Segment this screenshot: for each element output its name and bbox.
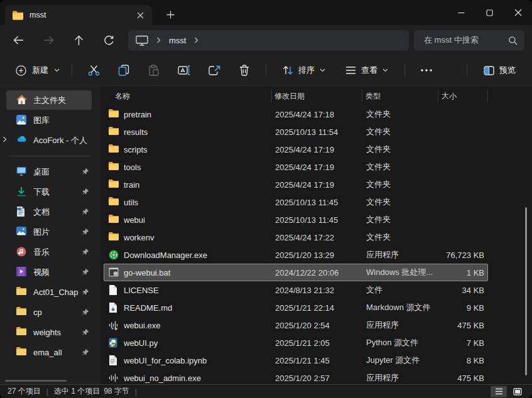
file-size: 76,723 KB	[439, 250, 484, 260]
explorer-tab[interactable]: msst	[5, 5, 152, 25]
column-header[interactable]: 大小	[438, 90, 488, 102]
chevron-down-icon	[54, 68, 60, 72]
python-icon	[109, 338, 119, 348]
file-type: 应用程序	[363, 320, 439, 331]
file-date-modified: 2025/1/21 2:05	[273, 338, 363, 348]
sidebar-item[interactable]: 视频	[6, 262, 92, 282]
chevron-down-icon	[320, 68, 325, 72]
titlebar: msst	[0, 0, 532, 25]
maximize-button[interactable]	[475, 0, 504, 25]
refresh-button[interactable]	[98, 30, 119, 51]
file-row[interactable]: workenv 2025/4/24 17:22 文件夹	[104, 229, 488, 246]
more-options-button[interactable]	[415, 60, 438, 81]
column-header[interactable]: 修改日期	[272, 90, 362, 102]
delete-button[interactable]	[232, 60, 256, 81]
search-icon[interactable]	[508, 36, 518, 45]
file-row[interactable]: results 2025/10/13 11:54 文件夹	[104, 123, 488, 141]
file-size: 475 KB	[439, 374, 484, 383]
sidebar-item[interactable]: 文档	[6, 202, 92, 222]
forward-button[interactable]	[38, 30, 59, 51]
gallery-icon	[16, 115, 27, 126]
bat-icon	[109, 267, 119, 277]
file-type: Jupyter 源文件	[363, 355, 439, 366]
file-row[interactable]: webUI_for_colab.ipynb 2025/1/21 1:45 Jup…	[104, 352, 488, 369]
file-name: webui_no_admin.exe	[124, 374, 273, 383]
folder-icon	[16, 287, 27, 298]
selection-count: 选中 1 个项目	[54, 386, 100, 397]
window-controls	[447, 0, 532, 25]
file-row[interactable]: webui 2025/10/13 11:45 文件夹	[104, 211, 488, 229]
details-view-toggle[interactable]	[491, 386, 507, 397]
cut-button[interactable]	[82, 60, 106, 81]
file-name: scripts	[124, 145, 273, 154]
sort-button[interactable]: 排序	[276, 60, 332, 80]
sidebar-item[interactable]: 桌面	[6, 162, 92, 181]
vertical-scrollbar[interactable]	[525, 207, 527, 375]
new-button[interactable]: 新建	[10, 60, 65, 80]
back-button[interactable]	[8, 30, 29, 51]
file-row[interactable]: train 2025/4/24 17:19 文件夹	[104, 176, 488, 193]
up-button[interactable]	[68, 30, 89, 51]
address-bar[interactable]: msst	[128, 30, 409, 51]
column-header[interactable]: 名称	[100, 90, 272, 102]
sidebar-item[interactable]: ema_all	[6, 343, 92, 362]
sidebar-item[interactable]: 音乐	[6, 242, 92, 262]
file-date-modified: 2025/1/20 2:57	[273, 374, 363, 383]
this-pc-icon[interactable]	[136, 35, 148, 46]
column-header[interactable]: 类型	[362, 90, 438, 102]
item-count: 27 个项目	[8, 386, 41, 397]
sidebar-item[interactable]: cp	[6, 303, 92, 322]
breadcrumb-segment[interactable]: msst	[169, 36, 186, 45]
view-icon	[345, 66, 356, 75]
preview-pane-icon	[484, 66, 494, 75]
file-name: workenv	[124, 233, 273, 242]
file-date-modified: 2024/12/22 20:06	[273, 268, 363, 277]
file-name: tools	[124, 163, 273, 172]
close-button[interactable]	[504, 0, 532, 25]
file-row[interactable]: webui.exe 2025/1/20 2:54 应用程序 475 KB	[104, 316, 488, 334]
sidebar-item-label: 主文件夹	[33, 95, 92, 106]
preview-button[interactable]: 预览	[477, 60, 522, 80]
large-icons-view-toggle[interactable]	[509, 386, 526, 397]
file-row[interactable]: LICENSE 2024/8/13 21:32 文件 34 KB	[104, 281, 488, 299]
file-row[interactable]: README.md 2025/1/21 22:14 Markdown 源文件 9…	[104, 299, 488, 316]
file-row[interactable]: utils 2025/10/13 11:45 文件夹	[104, 193, 488, 211]
share-button[interactable]	[202, 60, 226, 81]
file-row[interactable]: DownloadManager.exe 2025/1/20 13:29 应用程序…	[104, 246, 488, 264]
chevron-right-icon	[156, 37, 161, 43]
file-row[interactable]: webui_no_admin.exe 2025/1/20 2:57 应用程序 4…	[104, 369, 488, 384]
search-box[interactable]: 在 msst 中搜索	[414, 30, 524, 51]
file-row[interactable]: go-webui.bat 2024/12/22 20:06 Windows 批处…	[104, 264, 488, 281]
toolbar-divider	[404, 63, 405, 77]
chevron-right-icon[interactable]	[194, 37, 198, 43]
tab-close-icon[interactable]	[133, 8, 147, 22]
sidebar-item[interactable]: Act01_Chap	[6, 282, 92, 302]
navigation-bar: msst 在 msst 中搜索	[0, 25, 532, 55]
toolbar-divider	[72, 63, 72, 77]
file-date-modified: 2024/8/13 21:32	[273, 286, 363, 295]
file-date-modified: 2025/10/13 11:54	[273, 127, 363, 137]
file-size: 1 KB	[439, 268, 484, 277]
sidebar-item[interactable]: 下载	[6, 182, 92, 202]
sidebar-item[interactable]: 图片	[6, 222, 92, 242]
paste-button[interactable]	[142, 60, 166, 81]
sidebar-horizontal-scrollbar[interactable]	[5, 380, 67, 382]
new-tab-button[interactable]	[162, 6, 178, 23]
file-row[interactable]: scripts 2025/4/24 17:19 文件夹	[104, 141, 488, 158]
sidebar-item[interactable]: AcoFork - 个人	[6, 131, 92, 150]
folder-icon	[109, 232, 119, 242]
file-row[interactable]: pretrain 2025/4/24 17:18 文件夹	[104, 105, 488, 123]
file-row[interactable]: webUI.py 2025/1/21 2:05 Python 源文件 7 KB	[104, 334, 488, 352]
pin-icon	[82, 268, 89, 276]
minimize-button[interactable]	[447, 0, 475, 25]
file-type: 文件夹	[363, 214, 439, 225]
rename-button[interactable]	[172, 60, 196, 81]
chevron-right-icon[interactable]	[3, 136, 7, 143]
sidebar-item[interactable]: weights	[6, 323, 92, 342]
sidebar-item[interactable]: 图库	[6, 110, 92, 130]
file-row[interactable]: tools 2025/4/24 17:19 文件夹	[104, 158, 488, 176]
file-type: 文件夹	[363, 161, 439, 173]
view-button[interactable]: 查看	[339, 60, 394, 80]
sidebar-item[interactable]: 主文件夹	[6, 90, 92, 110]
copy-button[interactable]	[112, 60, 136, 81]
